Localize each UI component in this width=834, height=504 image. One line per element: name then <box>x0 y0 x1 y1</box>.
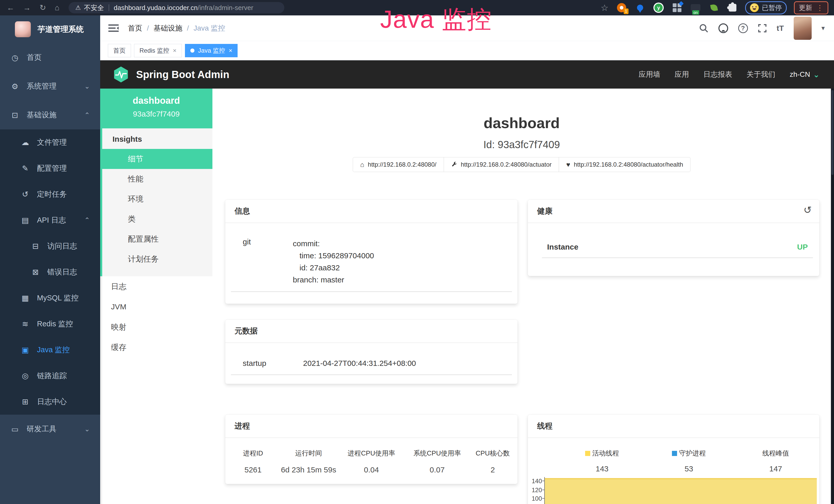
github-icon[interactable] <box>718 23 728 33</box>
tab-home[interactable]: 首页 <box>108 44 131 57</box>
extension-icon-6[interactable] <box>709 2 720 13</box>
breadcrumb-infrastructure[interactable]: 基础设施 <box>154 23 182 33</box>
extension-icon-2[interactable] <box>635 2 645 13</box>
sidebar-item-file-mgmt[interactable]: ☁ 文件管理 <box>0 130 100 155</box>
collapse-sidebar-icon[interactable] <box>108 24 119 33</box>
back-icon[interactable]: ← <box>7 4 14 12</box>
url-bar[interactable]: ⚠ 不安全 dashboard.yudao.iocoder.cn /infra/… <box>69 2 284 13</box>
nav-item-mappings[interactable]: 映射 <box>102 317 213 337</box>
metadata-key: startup <box>243 359 303 368</box>
log-icon: ▤ <box>20 216 30 225</box>
chevron-up-icon: ⌃ <box>84 216 90 224</box>
sba-title[interactable]: Spring Boot Admin <box>136 69 229 81</box>
sba-nav-about[interactable]: 关于我们 <box>747 70 775 79</box>
sidebar-item-api-logs[interactable]: ▤ API 日志 ⌃ <box>0 207 100 233</box>
sba-nav: 应用墙 应用 日志报表 关于我们 zh-CN ⌄ <box>624 70 820 79</box>
sidebar-item-system-mgmt[interactable]: ⚙ 系统管理 ⌄ <box>0 72 100 101</box>
fullscreen-icon[interactable] <box>758 24 767 33</box>
nav-item-jvm[interactable]: JVM <box>102 297 213 317</box>
insight-item-metrics[interactable]: 性能 <box>102 169 213 189</box>
actuator-url-button[interactable]: http://192.168.0.2:48080/actuator <box>444 157 559 172</box>
insight-item-config-props[interactable]: 配置属性 <box>102 229 213 249</box>
search-icon[interactable] <box>699 24 708 33</box>
extension-icon-5[interactable]: on <box>690 2 701 13</box>
sidebar-item-log-center[interactable]: ⊞ 日志中心 <box>0 389 100 415</box>
nav-item-logs[interactable]: 日志 <box>102 276 213 297</box>
sidebar-item-java-monitor[interactable]: ▣ Java 监控 <box>0 337 100 363</box>
sidebar-item-dev-tools[interactable]: ▭ 研发工具 ⌄ <box>0 415 100 443</box>
update-button[interactable]: 更新 ⋮ <box>794 1 828 15</box>
sidebar-item-home[interactable]: ◷ 首页 <box>0 43 100 72</box>
browser-menu-icon[interactable]: ⋮ <box>816 4 824 12</box>
table-row: 5261 6d 23h 15m 59s 0.04 0.07 2 <box>225 458 518 474</box>
sba-nav-applications[interactable]: 应用 <box>675 70 689 79</box>
profile-paused-chip[interactable]: 已暂停 <box>745 1 787 15</box>
tab-redis-monitor[interactable]: Redis 监控 × <box>134 44 182 57</box>
leaf-icon <box>710 4 718 12</box>
help-icon[interactable]: ? <box>738 23 748 33</box>
info-git-row: git commit: time: 1596289704000 id: 27aa… <box>225 223 518 286</box>
info-key: git <box>243 237 293 286</box>
sidebar-item-scheduled-jobs[interactable]: ↺ 定时任务 <box>0 181 100 207</box>
health-url-button[interactable]: ♥ http://192.168.0.2:48080/actuator/heal… <box>559 157 691 172</box>
history-icon[interactable]: ↺ <box>804 204 812 216</box>
extension-icon-3[interactable]: y <box>653 2 664 13</box>
cloud-icon: ☁ <box>20 138 30 147</box>
extension-icon-4[interactable] <box>672 2 682 13</box>
sidebar-item-config-mgmt[interactable]: ✎ 配置管理 <box>0 155 100 181</box>
insight-item-environment[interactable]: 环境 <box>102 189 213 209</box>
info-value: commit: time: 1596289704000 id: 27aa832 … <box>293 237 374 286</box>
extensions-puzzle-icon[interactable] <box>727 2 738 13</box>
user-menu-caret-icon[interactable]: ▾ <box>821 24 825 32</box>
health-card: 健康 ↺ Instance UP <box>528 200 819 276</box>
health-instance-row[interactable]: Instance UP <box>528 223 819 251</box>
instance-name: dashboard <box>100 95 213 106</box>
heart-pulse-icon: ♥ <box>566 161 570 169</box>
insight-item-scheduled-tasks[interactable]: 计划任务 <box>102 249 213 269</box>
user-avatar[interactable] <box>794 17 812 40</box>
forward-icon[interactable]: → <box>23 4 31 12</box>
tab-java-monitor[interactable]: Java 监控 × <box>185 44 238 57</box>
service-url-button[interactable]: ⌂ http://192.168.0.2:48080/ <box>353 157 444 172</box>
sidebar-item-access-logs[interactable]: ⊟ 访问日志 <box>0 233 100 259</box>
insight-item-details[interactable]: 细节 <box>100 149 213 169</box>
sba-nav-journal[interactable]: 日志报表 <box>704 70 732 79</box>
extension-icon-1[interactable]: 1 <box>616 2 627 13</box>
scrollbar[interactable] <box>831 89 834 504</box>
nav-item-caches[interactable]: 缓存 <box>102 337 213 358</box>
scrollbar-thumb[interactable] <box>831 90 833 175</box>
info-card-title: 信息 <box>225 200 518 223</box>
gauge-icon: ◷ <box>10 53 20 62</box>
monitor-icon: ▣ <box>20 345 30 354</box>
chevron-up-icon: ⌃ <box>84 111 90 119</box>
wrench-icon <box>451 161 457 168</box>
app-title: 芋道管理系统 <box>38 24 84 35</box>
instance-id-line: Id: 93a3fc7f7409 <box>213 139 831 151</box>
sidebar-item-tracing[interactable]: ◎ 链路追踪 <box>0 363 100 389</box>
app-logo[interactable]: 芋道管理系统 <box>0 16 100 43</box>
emoji-avatar-icon <box>750 3 759 12</box>
row-divider <box>542 257 813 258</box>
sidebar-item-mysql-monitor[interactable]: ▦ MySQL 监控 <box>0 285 100 311</box>
browser-home-icon[interactable]: ⌂ <box>55 4 59 12</box>
breadcrumb: 首页 / 基础设施 / Java 监控 <box>128 23 225 33</box>
locale-chevron-down-icon[interactable]: ⌄ <box>813 70 820 79</box>
sidebar-item-error-logs[interactable]: ⊠ 错误日志 <box>0 259 100 285</box>
bookmark-star-icon[interactable]: ☆ <box>601 3 609 12</box>
close-icon[interactable]: × <box>173 47 176 54</box>
close-icon[interactable]: × <box>228 47 232 54</box>
sba-header: Spring Boot Admin 应用墙 应用 日志报表 关于我们 zh-CN… <box>100 60 834 89</box>
sba-nav-wallboard[interactable]: 应用墙 <box>639 70 660 79</box>
sba-logo-icon[interactable] <box>112 66 129 83</box>
reload-icon[interactable]: ↻ <box>40 4 46 12</box>
home-icon: ⌂ <box>360 161 364 169</box>
sba-locale-select[interactable]: zh-CN <box>790 70 810 78</box>
yellow-swatch-icon <box>585 451 590 456</box>
sidebar-item-infrastructure[interactable]: ⊡ 基础设施 ⌃ <box>0 101 100 130</box>
insight-item-classes[interactable]: 类 <box>102 209 213 229</box>
tab-bar: 首页 Redis 监控 × Java 监控 × <box>100 41 834 60</box>
sidebar-item-redis-monitor[interactable]: ≋ Redis 监控 <box>0 311 100 337</box>
font-size-icon[interactable]: tT <box>777 24 784 32</box>
instance-header[interactable]: dashboard 93a3fc7f7409 <box>100 89 213 129</box>
breadcrumb-home[interactable]: 首页 <box>128 23 142 33</box>
